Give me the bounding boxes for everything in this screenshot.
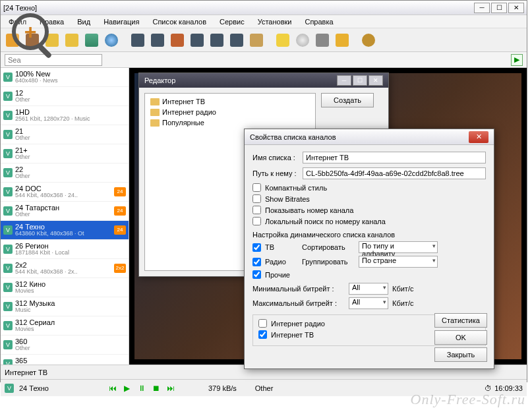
menu-file[interactable]: Файл xyxy=(6,16,29,26)
localsearch-checkbox[interactable] xyxy=(252,217,261,225)
channel-name: 12 xyxy=(15,89,126,97)
inettv-label: Интернет ТВ xyxy=(271,331,314,339)
tool-box[interactable] xyxy=(247,31,266,49)
ok-button[interactable]: OK xyxy=(434,330,487,345)
path-input[interactable] xyxy=(303,167,486,179)
channel-item[interactable]: V24 Техно643860 Kbit, 480x368 · Ot24 xyxy=(1,221,129,240)
channel-name: 360 xyxy=(15,338,126,345)
properties-titlebar[interactable]: Свойства списка каналов ✕ xyxy=(245,129,494,145)
channel-text: 100% New640x480 · News xyxy=(15,70,126,84)
menu-view[interactable]: Вид xyxy=(74,16,93,26)
sort-combo[interactable]: По типу и алфавиту xyxy=(359,241,438,253)
next-button[interactable]: ⏭ xyxy=(165,382,177,394)
tree-item[interactable]: Интернет ТВ xyxy=(148,96,312,107)
shownum-checkbox[interactable] xyxy=(252,206,261,214)
tool-3d[interactable] xyxy=(168,31,187,49)
channel-v-icon: V xyxy=(3,149,13,158)
menu-settings[interactable]: Установки xyxy=(255,16,295,26)
maximize-button[interactable]: ☐ xyxy=(491,3,507,13)
tool-monitor-4[interactable] xyxy=(208,31,226,49)
tool-monitor-3[interactable] xyxy=(188,31,206,49)
other-checkbox[interactable] xyxy=(252,270,261,279)
tool-speaker[interactable] xyxy=(313,31,332,49)
prev-button[interactable]: ⏮ xyxy=(107,382,119,394)
stats-button[interactable]: Статистика xyxy=(434,313,487,328)
channel-item[interactable]: V12Other xyxy=(1,87,129,106)
channel-subtitle: Other xyxy=(15,212,114,218)
channel-item[interactable]: V24 ТатарстанOther24 xyxy=(1,202,129,221)
tool-trophy[interactable] xyxy=(333,31,351,49)
menu-channel-list[interactable]: Список каналов xyxy=(150,16,209,26)
group-combo[interactable]: По стране xyxy=(359,256,438,268)
channel-item[interactable]: V1HD2561 Kbit, 1280x720 · Music xyxy=(1,106,129,125)
search-input[interactable] xyxy=(5,54,102,66)
pause-button[interactable]: ⏸ xyxy=(136,382,148,394)
channel-item[interactable]: V100% New640x480 · News xyxy=(1,68,129,87)
play-ctrl-button[interactable]: ▶ xyxy=(121,382,133,394)
properties-close[interactable]: ✕ xyxy=(469,131,488,143)
close-button[interactable]: ✕ xyxy=(508,3,524,13)
channel-text: 1HD2561 Kbit, 1280x720 · Music xyxy=(15,108,126,123)
maxbitrate-combo[interactable]: All xyxy=(349,297,388,309)
channel-list[interactable]: V100% New640x480 · NewsV12OtherV1HD2561 … xyxy=(1,68,129,365)
stop-button[interactable]: ⏹ xyxy=(150,382,162,394)
channel-subtitle: 2561 Kbit, 1280x720 · Music xyxy=(15,116,126,123)
channel-item[interactable]: V312 МузыкаMusic xyxy=(1,297,129,316)
channel-item[interactable]: V312 КиноMovies xyxy=(1,278,129,297)
tool-gear[interactable] xyxy=(359,31,378,49)
search-bar: ▶ xyxy=(1,52,527,68)
menu-navigation[interactable]: Навигация xyxy=(101,16,142,26)
properties-title: Свойства списка каналов xyxy=(250,133,336,141)
tool-refresh[interactable] xyxy=(82,31,101,49)
editor-close[interactable]: ✕ xyxy=(369,75,383,86)
channel-badge: 2x2 xyxy=(114,264,126,273)
channel-v-icon: V xyxy=(3,245,13,254)
tool-film[interactable] xyxy=(23,31,42,49)
tool-disc[interactable] xyxy=(293,31,312,49)
channel-item[interactable]: V24 DOC544 Kbit, 480x368 · 24..24 xyxy=(1,183,129,202)
bitrates-label: Show Bitrates xyxy=(265,195,310,203)
tv-checkbox[interactable] xyxy=(252,243,261,252)
tree-item[interactable]: Популярные xyxy=(148,117,312,128)
tool-monitor-5[interactable] xyxy=(227,31,246,49)
close-dlg-button[interactable]: Закрыть xyxy=(434,347,487,362)
channel-item[interactable]: V312 СериалMovies xyxy=(1,316,129,336)
minbitrate-label: Минимальный битрейт : xyxy=(252,285,345,293)
minimize-button[interactable]: ─ xyxy=(474,3,490,13)
channel-item[interactable]: V22Other xyxy=(1,163,129,183)
inettv-checkbox[interactable] xyxy=(258,330,267,339)
tool-forward[interactable] xyxy=(63,31,81,49)
channel-item[interactable]: V26 Регион1871884 Kbit · Local xyxy=(1,240,129,259)
bitrates-checkbox[interactable] xyxy=(252,194,261,203)
tree-item[interactable]: Интернет радио xyxy=(148,107,312,117)
channel-subtitle: Movies xyxy=(15,326,126,333)
play-button[interactable]: ▶ xyxy=(511,54,523,66)
tool-record[interactable] xyxy=(274,31,292,49)
menu-edit[interactable]: Правка xyxy=(37,16,67,26)
channel-item[interactable]: V21+Other xyxy=(1,144,129,163)
channel-subtitle: 1871884 Kbit · Local xyxy=(15,250,126,256)
channel-name: 22 xyxy=(15,165,126,173)
menu-service[interactable]: Сервис xyxy=(217,16,247,26)
channel-item[interactable]: V2x2544 Kbit, 480x368 · 2x..2x2 xyxy=(1,259,129,278)
channel-item[interactable]: V365Movies xyxy=(1,355,129,365)
tool-open[interactable] xyxy=(3,31,22,49)
tool-monitor-2[interactable] xyxy=(148,31,167,49)
editor-titlebar[interactable]: Редактор ─ ☐ ✕ xyxy=(139,73,388,88)
minbitrate-combo[interactable]: All xyxy=(349,283,388,295)
compact-checkbox[interactable] xyxy=(252,183,261,192)
radio-checkbox[interactable] xyxy=(252,258,261,266)
channel-item[interactable]: V21Other xyxy=(1,125,129,144)
tool-back[interactable] xyxy=(43,31,61,49)
listname-input[interactable] xyxy=(303,152,486,163)
tool-monitor-1[interactable] xyxy=(129,31,147,49)
create-button[interactable]: Создать xyxy=(321,93,374,107)
channel-subtitle: Other xyxy=(15,135,126,142)
menu-help[interactable]: Справка xyxy=(302,16,336,26)
editor-minimize[interactable]: ─ xyxy=(337,75,351,86)
channel-subtitle: Music xyxy=(15,307,126,314)
inetradio-checkbox[interactable] xyxy=(258,319,267,328)
editor-maximize[interactable]: ☐ xyxy=(353,75,367,86)
channel-item[interactable]: V360Other xyxy=(1,336,129,355)
tool-globe[interactable] xyxy=(102,31,121,49)
